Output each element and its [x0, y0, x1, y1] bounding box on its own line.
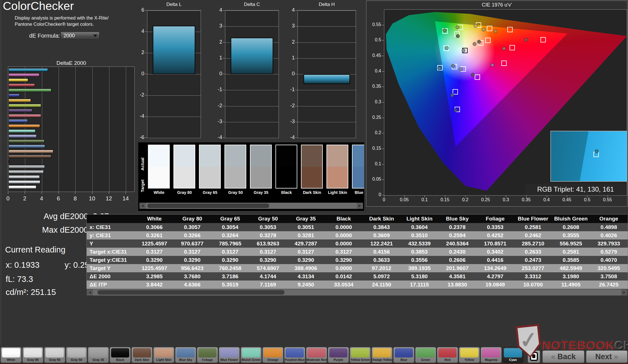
- y-tick: [223, 26, 225, 26]
- patch-color-chip: [395, 348, 413, 357]
- gridline: [109, 67, 109, 192]
- patch-color-chip: [220, 348, 238, 357]
- cie-y-tick-label: 0: [369, 192, 381, 197]
- cie-y-tick-label: 0.35: [369, 84, 381, 89]
- swatch-tile-blue-sky: [352, 145, 364, 189]
- patch-button-moderate-red[interactable]: Moderate Red: [306, 347, 327, 363]
- patch-button-light-skin[interactable]: Light Skin: [153, 347, 174, 363]
- gridline: [92, 67, 93, 192]
- patch-button-purplish-blue[interactable]: Purplish Blue: [284, 347, 305, 363]
- swatch-tile-label: Gray 80: [172, 190, 197, 195]
- patch-label: Light Skin: [152, 358, 176, 361]
- gridline: [147, 117, 201, 117]
- patch-button-magenta[interactable]: Magenta: [481, 347, 502, 363]
- x-tick-label: 6: [53, 195, 64, 202]
- patch-button-gray-50[interactable]: Gray 50: [66, 347, 87, 363]
- patch-button-foliage[interactable]: Foliage: [197, 347, 218, 363]
- x-tick: [92, 192, 92, 194]
- patch-label: Purple: [326, 358, 350, 361]
- table-cell: 0.3127: [325, 248, 363, 256]
- reading-fl: fL: 73.3: [6, 275, 33, 284]
- scrollbar-thumb[interactable]: [97, 290, 285, 295]
- scroll-right-icon[interactable]: ►: [621, 289, 627, 296]
- patch-label: Cyan: [501, 358, 525, 361]
- row-label: ΔE 2000: [87, 272, 135, 281]
- patch-button-white[interactable]: White: [1, 347, 22, 363]
- actual-swatch: [353, 145, 364, 167]
- patch-button-gray-80[interactable]: Gray 80: [22, 347, 43, 363]
- measurement-table: WhiteGray 80Gray 65Gray 50Gray 35BlackDa…: [86, 214, 628, 289]
- y-tick-label: 3: [209, 23, 222, 29]
- patch-button-gray-35[interactable]: Gray 35: [88, 347, 109, 363]
- cie-x-tick: [587, 195, 587, 197]
- description-line-2: Pantone ColorChecker® target colors.: [15, 21, 109, 27]
- cie-y-tick-label: 0.4: [369, 68, 381, 74]
- scrollbar-thumb[interactable]: [147, 204, 269, 208]
- patch-button-dark-skin[interactable]: Dark Skin: [131, 347, 152, 363]
- scroll-right-icon[interactable]: ►: [357, 203, 363, 209]
- patch-button-blue-sky[interactable]: Blue Sky: [175, 347, 196, 363]
- next-button[interactable]: Next »: [586, 350, 627, 363]
- deltae-bar-moderate-red: [9, 114, 41, 117]
- y-tick: [295, 138, 297, 138]
- patch-button-gray-65[interactable]: Gray 65: [44, 347, 65, 363]
- back-chevrons-icon: «: [551, 352, 555, 361]
- custom-patch-button[interactable]: [528, 350, 540, 363]
- column-header: Bluish Green: [552, 215, 590, 223]
- patch-label: Black: [108, 358, 132, 361]
- swatch-strip-scrollbar[interactable]: ◄ ►: [139, 203, 363, 209]
- table-cell: 0.0000: [325, 264, 363, 272]
- cie-x-tick: [384, 195, 384, 197]
- table-cell: 3.8442: [135, 281, 173, 289]
- column-header: Foliage: [476, 215, 514, 223]
- table-scrollbar[interactable]: ◄ ►: [87, 289, 627, 296]
- patch-color-chip: [89, 348, 107, 357]
- deltae-bar-cyan: [9, 68, 48, 72]
- table-cell: 0.2378: [438, 223, 476, 231]
- colorchecker-screen: { "header": { "title": "ColorChecker", "…: [0, 0, 628, 364]
- table-cell: 0.3127: [249, 248, 287, 256]
- y-tick-label: 2: [282, 39, 295, 45]
- patch-button-blue-flower[interactable]: Blue Flower: [219, 347, 240, 363]
- deltaC-title: Delta C: [225, 2, 279, 7]
- patch-button-cyan[interactable]: Cyan: [502, 347, 523, 363]
- back-button[interactable]: « Back: [542, 350, 584, 363]
- table-cell: 613.9263: [249, 239, 287, 248]
- table-cell: 0.0000: [325, 223, 363, 231]
- y-tick: [295, 122, 297, 122]
- deltae-bar-gray-35: [9, 165, 45, 168]
- table-cell: 0.3853: [400, 248, 438, 256]
- swatch-tile-dark-skin: [301, 145, 323, 189]
- cie-x-tick-label: 0.4: [540, 197, 553, 202]
- cie-x-tick-label: 0.25: [479, 197, 492, 202]
- cie-x-tick-label: 0.45: [561, 197, 573, 202]
- table-cell: 4.3134: [287, 272, 325, 281]
- cie-y-tick-label: 0.45: [369, 53, 381, 58]
- patch-button-orange-yellow[interactable]: Orange Yellow: [372, 347, 392, 363]
- deltaC-bar: [231, 38, 273, 74]
- patch-button-black[interactable]: Black: [110, 347, 131, 363]
- patch-button-green[interactable]: Green: [415, 347, 436, 363]
- y-tick-label: -2: [209, 103, 222, 109]
- scroll-left-icon[interactable]: ◄: [139, 203, 146, 209]
- measured-marker: [494, 29, 497, 33]
- scroll-left-icon[interactable]: ◄: [87, 289, 93, 296]
- target-swatch: [148, 167, 169, 188]
- patch-button-bluish-green[interactable]: Bluish Green: [241, 347, 262, 363]
- gridline: [147, 74, 201, 74]
- column-header: Blue Flower: [514, 215, 552, 223]
- cie-y-tick: [382, 195, 384, 195]
- patch-button-purple[interactable]: Purple: [328, 347, 349, 363]
- y-tick-label: 4: [131, 28, 144, 34]
- patch-button-red[interactable]: Red: [437, 347, 458, 363]
- patch-button-yellow[interactable]: Yellow: [459, 347, 480, 363]
- patch-button-yellow-green[interactable]: Yellow Green: [350, 347, 371, 363]
- y-tick-label: 0: [282, 71, 295, 77]
- table-cell: 0.3290: [211, 256, 249, 264]
- patch-color-chip: [242, 348, 260, 357]
- patch-button-blue[interactable]: Blue: [393, 347, 414, 363]
- patch-button-orange[interactable]: Orange: [262, 347, 283, 363]
- de-formula-dropdown[interactable]: 2000: [61, 32, 99, 40]
- measured-marker: [474, 24, 478, 28]
- table-cell: 0.3633: [363, 256, 401, 264]
